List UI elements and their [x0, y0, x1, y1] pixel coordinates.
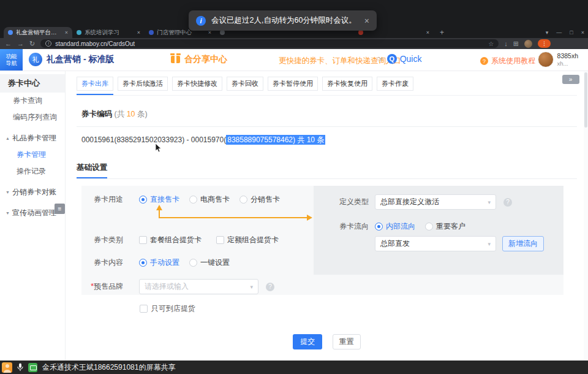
radio-one-click-setup[interactable]: 一键设置 [189, 258, 230, 268]
radio-distribution-sale[interactable]: 分销售卡 [239, 194, 280, 205]
window-controls: ▾ — □ × [546, 27, 584, 38]
url-text: standard.maboy.cn/CardsOut [55, 40, 135, 47]
form-actions: 提交 重置 [66, 334, 588, 349]
tab-close-icon[interactable]: × [426, 29, 429, 36]
tab-favicon [220, 30, 225, 35]
browser-tab-active[interactable]: 礼盒营销平台管理中心 × [4, 27, 72, 38]
forward-icon[interactable]: → [17, 40, 24, 47]
codes-count-prefix: (共 [114, 110, 126, 118]
quick-entry-link[interactable]: ☞ Q Quick [377, 54, 421, 64]
new-tab-button[interactable]: + [440, 28, 444, 37]
sidebar-item-code-sequence-query[interactable]: 编码序列查询 [0, 109, 65, 126]
add-flow-button[interactable]: 新增流向 [502, 236, 544, 251]
checkbox-package-combo-card[interactable]: 套餐组合提货卡 [139, 235, 202, 245]
presale-brand-label: *预售品牌 [88, 281, 123, 292]
pointer-hand-icon: ☞ [377, 55, 384, 64]
tab-favicon [8, 30, 13, 35]
flow-select-row: 总部直发 ▾ 新增流向 [337, 236, 544, 251]
function-nav-button[interactable]: 功能 导航 [0, 49, 23, 71]
browser-update-menu-icon[interactable]: ⋮ [538, 39, 551, 48]
tab-card-outbound[interactable]: 券卡出库 [77, 77, 113, 91]
window-maximize-icon[interactable]: □ [570, 29, 573, 36]
radio-label: 内部流向 [386, 221, 415, 232]
window-close-icon[interactable]: × [581, 29, 584, 36]
toast-close-icon[interactable]: × [364, 16, 369, 26]
store-pickup-row[interactable]: 只可到店提货 [140, 303, 588, 314]
radio-manual-setup[interactable]: 手动设置 [139, 258, 179, 268]
mouse-cursor [155, 143, 162, 153]
reload-icon[interactable]: ↻ [29, 40, 35, 47]
tutorial-link[interactable]: ? 系统使用教程 [480, 56, 535, 66]
card-flow-label: 券卡流向 [337, 221, 369, 232]
card-codes-header: 券卡编码 (共 10 条) [81, 109, 577, 120]
screen-share-bar: 金禾通技术王斌18662591081的屏幕共享 [0, 361, 588, 374]
radio-ecommerce-sale[interactable]: 电商售卡 [189, 194, 230, 205]
radio-internal-flow[interactable]: 内部流向 [375, 221, 415, 232]
scrollbar-thumb[interactable] [584, 72, 587, 128]
codes-text-selected: 8385889075578462) 共 10 条 [226, 135, 325, 145]
tab-card-void[interactable]: 券卡作废 [377, 77, 413, 91]
sidebar-group-distribution-reconciliation[interactable]: ▼ 分销券卡对账 [0, 184, 65, 200]
extensions-icon[interactable]: ⊞ [513, 40, 519, 47]
microphone-icon[interactable] [17, 363, 23, 372]
radio-icon [189, 259, 197, 267]
user-name: 8385xh [557, 52, 578, 60]
meeting-toast: i 会议已超过2人,自动转为60分钟限时会议。 × [189, 10, 377, 31]
browser-profile-avatar[interactable] [524, 40, 532, 48]
sidebar-collapse-toggle[interactable]: ≡ [55, 204, 65, 214]
card-codes-range: 00015961(8385291502033923) - 00015970(83… [81, 135, 577, 145]
tab-title: 礼盒营销平台管理中心 [16, 29, 62, 37]
radio-label: 手动设置 [150, 258, 179, 268]
tab-close-icon[interactable]: × [65, 29, 68, 36]
radio-label: 重要客户 [436, 221, 466, 232]
help-icon[interactable]: ? [503, 198, 512, 207]
radio-checked-icon [139, 196, 147, 204]
tab-search-icon[interactable]: ▾ [546, 29, 549, 36]
sidebar-section-title: 券卡中心 [0, 74, 65, 93]
card-action-tabs: 券卡出库 券卡后续激活 券卡快捷修改 券卡回收 券卡暂停使用 券卡恢复使用 券卡… [77, 77, 577, 96]
tab-card-quick-modify[interactable]: 券卡快捷修改 [172, 77, 222, 91]
checkbox-fixed-combo-card[interactable]: 定额组合提货卡 [216, 235, 279, 245]
back-icon[interactable]: ← [5, 40, 12, 47]
bookmark-star-icon[interactable]: ☆ [488, 40, 494, 47]
site-info-icon[interactable]: i [45, 40, 51, 47]
checkbox-label: 只可到店提货 [151, 303, 195, 314]
main-scrollbar[interactable] [584, 71, 588, 361]
flow-select[interactable]: 总部直发 ▾ [375, 236, 496, 251]
tab-card-resume[interactable]: 券卡恢复使用 [322, 77, 372, 91]
tab-close-icon[interactable]: × [137, 29, 140, 36]
help-icon[interactable]: ? [266, 283, 274, 291]
codes-count-suffix: 条) [135, 110, 148, 118]
radio-checked-icon [375, 223, 383, 231]
tab-card-suspend[interactable]: 券卡暂停使用 [268, 77, 318, 91]
tab-card-followup-activate[interactable]: 券卡后续激活 [118, 77, 168, 91]
select-placeholder: 请选择或输入 [145, 281, 189, 292]
reset-button[interactable]: 重置 [333, 334, 361, 349]
address-bar[interactable]: i standard.maboy.cn/CardsOut ☆ [40, 39, 499, 48]
radio-important-customer[interactable]: 重要客户 [425, 221, 466, 232]
select-value: 总部直接定义激活 [380, 197, 439, 207]
download-icon[interactable]: ↓ [504, 40, 508, 47]
sidebar-group-gift-card-management[interactable]: ▲ 礼品券卡管理 [0, 130, 65, 147]
submit-button[interactable]: 提交 [293, 334, 322, 349]
sidebar-group-label: 宣传动画管理 [12, 205, 56, 221]
card-codes-title: 券卡编码 [81, 110, 112, 118]
radio-direct-sale[interactable]: 直接售卡 [139, 194, 179, 205]
sidebar-item-card-management[interactable]: 券卡管理 [0, 147, 65, 163]
sidebar-item-operation-records[interactable]: 操作记录 [0, 163, 65, 180]
presale-brand-select[interactable]: 请选择或输入 ▾ [139, 279, 258, 294]
user-menu[interactable]: 8385xh xh... [538, 52, 578, 67]
chevron-down-icon: ▾ [250, 284, 253, 290]
triangle-down-icon: ▼ [6, 184, 10, 200]
window-minimize-icon[interactable]: — [556, 29, 562, 36]
browser-tab-2[interactable]: 系统培训学习 × [72, 27, 145, 38]
sidebar-item-card-query[interactable]: 券卡查询 [0, 93, 65, 109]
tab-card-recycle[interactable]: 券卡回收 [227, 77, 263, 91]
checkbox-label: 定额组合提货卡 [227, 235, 279, 245]
panel-collapse-button[interactable]: » [562, 75, 579, 84]
define-type-select[interactable]: 总部直接定义激活 ▾ [375, 194, 496, 210]
triangle-down-icon: ▼ [6, 205, 10, 221]
radio-icon [189, 196, 197, 204]
share-center-link[interactable]: 合分享中心 [171, 54, 227, 65]
triangle-up-icon: ▲ [6, 130, 10, 147]
